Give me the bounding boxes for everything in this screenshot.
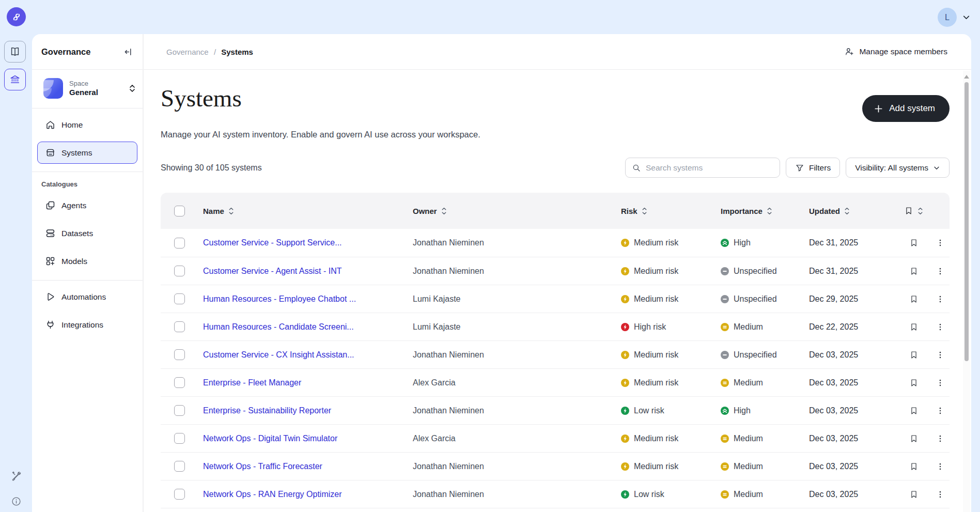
collapse-sidebar-button[interactable] [121, 45, 135, 59]
sidebar-item-models[interactable]: Models [37, 250, 137, 272]
sidebar-item-automations[interactable]: Automations [37, 286, 137, 308]
system-updated-date: Dec 03, 2025 [809, 378, 897, 387]
row-checkbox[interactable] [174, 377, 185, 388]
search-input[interactable] [646, 163, 773, 173]
row-menu-kebab-button[interactable] [936, 294, 945, 304]
sidebar-item-systems[interactable]: Systems [37, 142, 137, 164]
add-system-button[interactable]: Add system [862, 95, 950, 122]
sort-icon [641, 207, 648, 215]
visibility-dropdown[interactable]: Visibility: All systems [846, 158, 950, 178]
info-rail-button[interactable] [0, 496, 32, 507]
importance-badge: Medium [721, 462, 809, 471]
row-checkbox[interactable] [174, 293, 185, 304]
system-owner: Jonathan Nieminen [413, 462, 621, 471]
systems-table: Name Owner Risk Importance Updated [161, 193, 950, 512]
scrollbar-thumb[interactable] [965, 82, 969, 361]
filters-button[interactable]: Filters [786, 158, 840, 178]
column-header-bookmark[interactable] [897, 206, 931, 215]
system-owner: Alex Garcia [413, 378, 621, 387]
bookmark-button[interactable] [909, 350, 919, 360]
integrations-icon [44, 319, 56, 331]
user-avatar[interactable]: L [938, 8, 957, 27]
row-checkbox[interactable] [174, 433, 185, 444]
risk-medium-icon [621, 267, 629, 275]
search-systems-box [625, 158, 780, 178]
row-checkbox[interactable] [174, 405, 185, 416]
scrollbar-up-arrow[interactable] [964, 75, 969, 79]
sidebar-item-agents[interactable]: Agents [37, 194, 137, 216]
row-menu-kebab-button[interactable] [936, 406, 945, 415]
bookmark-button[interactable] [909, 406, 919, 415]
results-count: Showing 30 of 105 systems [161, 163, 262, 173]
table-row: Network Ops - Traffic Forecaster Jonatha… [161, 452, 950, 480]
risk-medium-icon [621, 462, 629, 471]
bookmark-button[interactable] [909, 294, 919, 304]
row-checkbox[interactable] [174, 461, 185, 472]
row-menu-kebab-button[interactable] [936, 378, 945, 387]
row-menu-kebab-button[interactable] [936, 322, 945, 332]
row-menu-kebab-button[interactable] [936, 462, 945, 471]
filters-label: Filters [809, 163, 831, 173]
system-name-link[interactable]: Human Resources - Candidate Screeni... [203, 322, 354, 331]
system-owner: Jonathan Nieminen [413, 238, 621, 247]
space-selector[interactable]: Space General [32, 70, 143, 106]
importance-high-icon [721, 239, 729, 247]
select-all-checkbox[interactable] [174, 206, 185, 216]
row-checkbox[interactable] [174, 349, 185, 360]
bookmark-button[interactable] [909, 378, 919, 387]
space-name: General [69, 88, 122, 98]
bookmark-button[interactable] [909, 238, 919, 247]
sidebar-item-integrations[interactable]: Integrations [37, 314, 137, 336]
importance-badge: High [721, 238, 809, 247]
bookmark-button[interactable] [909, 490, 919, 499]
system-updated-date: Dec 31, 2025 [809, 267, 897, 276]
sidebar-item-datasets[interactable]: Datasets [37, 222, 137, 244]
system-name-link[interactable]: Customer Service - Support Service... [203, 238, 342, 247]
sort-icon [844, 207, 850, 215]
plus-icon [874, 104, 883, 114]
bookmark-button[interactable] [909, 462, 919, 471]
column-header-risk[interactable]: Risk [621, 207, 721, 215]
system-name-link[interactable]: Enterprise - Fleet Manager [203, 378, 301, 387]
sort-icon [766, 207, 773, 215]
system-name-link[interactable]: Network Ops - RAN Energy Optimizer [203, 490, 342, 499]
sidebar-item-home[interactable]: Home [37, 114, 137, 136]
bank-icon [9, 74, 21, 85]
breadcrumb-governance[interactable]: Governance [166, 48, 209, 56]
bookmark-button[interactable] [909, 322, 919, 332]
system-name-link[interactable]: Human Resources - Employee Chatbot ... [203, 294, 356, 303]
system-name-link[interactable]: Network Ops - Digital Twin Simulator [203, 434, 337, 443]
app-logo[interactable] [7, 7, 26, 26]
row-checkbox[interactable] [174, 321, 185, 332]
row-menu-kebab-button[interactable] [936, 490, 945, 499]
visibility-label: Visibility: All systems [855, 163, 928, 173]
library-rail-button[interactable] [4, 41, 26, 63]
column-header-importance[interactable]: Importance [721, 207, 809, 215]
bookmark-button[interactable] [909, 434, 919, 443]
vertical-scrollbar[interactable] [963, 71, 970, 512]
system-name-link[interactable]: Network Ops - Traffic Forecaster [203, 462, 322, 471]
bookmark-icon [904, 206, 913, 215]
column-header-updated[interactable]: Updated [809, 207, 897, 215]
tools-rail-button[interactable] [0, 470, 32, 482]
column-header-owner[interactable]: Owner [413, 207, 621, 215]
risk-high-icon [621, 323, 629, 331]
row-menu-kebab-button[interactable] [936, 267, 945, 276]
row-menu-kebab-button[interactable] [936, 434, 945, 443]
row-checkbox[interactable] [174, 489, 185, 500]
row-checkbox[interactable] [174, 266, 185, 276]
system-updated-date: Dec 31, 2025 [809, 238, 897, 247]
systems-icon [44, 147, 56, 159]
column-header-name[interactable]: Name [203, 207, 413, 215]
manage-space-members-button[interactable]: Manage space members [844, 46, 947, 57]
row-menu-kebab-button[interactable] [936, 350, 945, 360]
row-menu-kebab-button[interactable] [936, 238, 945, 247]
bookmark-button[interactable] [909, 267, 919, 276]
system-name-link[interactable]: Customer Service - Agent Assist - INT [203, 267, 342, 275]
page-subtitle: Manage your AI system inventory. Enable … [161, 130, 950, 139]
governance-rail-button[interactable] [4, 69, 26, 90]
system-name-link[interactable]: Customer Service - CX Insight Assistan..… [203, 350, 354, 359]
row-checkbox[interactable] [174, 238, 185, 249]
account-chevron-down-icon[interactable] [962, 13, 971, 22]
system-name-link[interactable]: Enterprise - Sustainability Reporter [203, 406, 331, 415]
